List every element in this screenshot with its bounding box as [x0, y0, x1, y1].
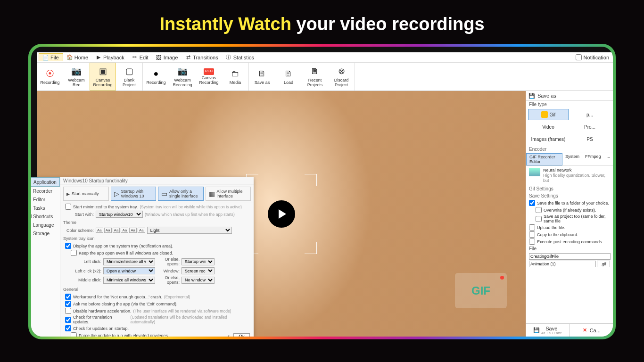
- cancel-button[interactable]: ✕ Ca...: [570, 324, 613, 337]
- toolbar: ⦿Recording📷Webcam Rec▣Canvas Recording▢B…: [37, 63, 613, 91]
- or-else-select-1[interactable]: Startup window10: [182, 258, 215, 265]
- settings-nav-editor[interactable]: ✎Editor: [31, 195, 60, 204]
- general-check-row: Ask me before closing the app (via the '…: [60, 300, 254, 307]
- ok-button[interactable]: Ok: [233, 333, 250, 337]
- settings-nav-language[interactable]: 🌐Language: [31, 221, 60, 229]
- tray-display-checkbox[interactable]: [65, 243, 71, 249]
- general-checkbox[interactable]: [65, 317, 71, 323]
- tab-playback[interactable]: ▶Playback: [92, 54, 128, 61]
- left-click-x2-select[interactable]: Open a window: [103, 267, 155, 274]
- toolbar-label: Discard Project: [329, 78, 354, 88]
- save-checkbox[interactable]: [536, 216, 542, 222]
- save-checkbox[interactable]: [536, 207, 542, 213]
- theme-swatch[interactable]: Aa: [129, 228, 137, 233]
- settings-nav-label: Shortcuts: [33, 214, 53, 219]
- toolbar-media[interactable]: 🗀Media: [222, 63, 248, 90]
- settings-nav-shortcuts[interactable]: ⌨Shortcuts: [31, 212, 60, 221]
- theme-swatch[interactable]: Aa: [96, 228, 103, 233]
- window-select[interactable]: Screen recorder: [182, 267, 215, 274]
- general-sub-checkbox[interactable]: [71, 332, 77, 337]
- left-click-select[interactable]: Minimize/restore all windows: [103, 258, 155, 265]
- file-type-gif[interactable]: Gif: [528, 109, 569, 120]
- general-checkbox[interactable]: [65, 301, 71, 307]
- toolbar-blank-project[interactable]: ▢Blank Project: [116, 63, 142, 90]
- file-type-pro[interactable]: Pro...: [570, 121, 610, 132]
- notification-checkbox[interactable]: [576, 54, 582, 60]
- animation-name-input[interactable]: [529, 261, 596, 267]
- theme-swatch[interactable]: Aa: [104, 228, 112, 233]
- file-name-input[interactable]: [529, 253, 611, 260]
- startup-option-label: Allow multiple interface: [217, 189, 248, 198]
- tab-home[interactable]: 🏠Home: [63, 54, 92, 61]
- save-checkbox[interactable]: [529, 200, 535, 206]
- tab-edit[interactable]: ✏Edit: [128, 54, 152, 61]
- startup-option[interactable]: ▭Allow only a single interface: [158, 187, 204, 201]
- encoder-tab[interactable]: ...: [603, 153, 613, 165]
- theme-swatch[interactable]: Aa: [121, 228, 128, 233]
- general-checkbox[interactable]: [65, 308, 71, 314]
- save-check-row: Overwrite (if already exists).: [526, 206, 613, 214]
- general-header: General: [60, 286, 254, 293]
- tab-icon: 🖼: [156, 55, 162, 60]
- toolbar-canvas-recording[interactable]: ▣Canvas Recording: [90, 63, 116, 90]
- start-with-label: Start with:: [63, 212, 94, 217]
- toolbar-label: Webcam Recording: [170, 78, 195, 88]
- toolbar-webcam-rec[interactable]: 📷Webcam Rec: [63, 63, 90, 90]
- file-type-video[interactable]: Video: [528, 121, 569, 132]
- encoder-tab[interactable]: FFmpeg: [582, 153, 604, 165]
- toolbar-load[interactable]: 🗎Load: [275, 63, 302, 90]
- toolbar-recording[interactable]: ●Recording: [143, 63, 169, 90]
- settings-nav-recorder[interactable]: Recorder: [31, 187, 60, 195]
- save-check-label: Execute post encoding commands.: [537, 239, 603, 244]
- start-minimized-checkbox[interactable]: [65, 204, 71, 210]
- startup-option[interactable]: ▷Startup with Windows 10: [111, 187, 157, 201]
- toolbar-icon: 🗎: [256, 68, 268, 80]
- toolbar-canvas-recording[interactable]: RECCanvas Recording: [196, 63, 222, 90]
- settings-dialog: 🖥ApplicationRecorder✎Editor🗒Tasks⌨Shortc…: [31, 177, 254, 337]
- save-settings-header: Save Settings: [526, 192, 613, 199]
- tray-keep-open-checkbox[interactable]: [71, 250, 77, 256]
- theme-swatch[interactable]: Aa: [113, 228, 120, 233]
- notification-toggle[interactable]: Notification: [576, 54, 613, 60]
- tray-header: System tray icon: [60, 235, 254, 242]
- encoder-item-sub: High fidelity quantization. Slower, but: [543, 173, 610, 183]
- toolbar-icon: ●: [150, 68, 162, 80]
- startup-option[interactable]: ▦Allow multiple interface: [206, 187, 251, 201]
- file-type-p[interactable]: p...: [570, 109, 610, 120]
- tab-transitions[interactable]: ⇄Transitions: [182, 54, 222, 61]
- toolbar-webcam-recording[interactable]: 📷Webcam Recording: [169, 63, 196, 90]
- file-type-ps[interactable]: PS: [570, 133, 610, 145]
- save-checkbox[interactable]: [529, 239, 535, 245]
- general-checkbox[interactable]: [65, 325, 71, 331]
- encoder-tab[interactable]: GIF Recorder Editor: [526, 153, 562, 165]
- settings-nav-tasks[interactable]: 🗒Tasks: [31, 204, 60, 212]
- startup-option-icon: ▭: [161, 190, 167, 197]
- play-button[interactable]: [268, 200, 295, 228]
- encoder-tab[interactable]: System: [562, 153, 582, 165]
- tab-image[interactable]: 🖼Image: [152, 54, 182, 61]
- general-checkbox[interactable]: [65, 294, 71, 300]
- startup-option-label: Startup with Windows 10: [121, 189, 153, 198]
- save-checkbox[interactable]: [529, 231, 535, 238]
- toolbar-save-as[interactable]: 🗎Save as: [249, 63, 275, 90]
- theme-select[interactable]: Light: [147, 227, 232, 234]
- tab-statistics[interactable]: ⓘStatistics: [222, 54, 258, 61]
- extension-select[interactable]: .gif: [597, 261, 610, 267]
- theme-swatch[interactable]: Aa: [138, 228, 145, 233]
- toolbar-discard-project[interactable]: ⊗Discard Project: [328, 63, 355, 90]
- tab-file[interactable]: 📄File: [39, 53, 63, 61]
- or-else-select-2[interactable]: No window: [182, 277, 215, 284]
- middle-click-select[interactable]: Minimize all windows: [103, 277, 155, 284]
- file-type-imagesframes[interactable]: Images (frames): [528, 133, 569, 145]
- settings-nav-storage[interactable]: 🗄Storage: [31, 229, 60, 238]
- save-button[interactable]: 💾 Save Alt + S / Enter: [526, 324, 570, 337]
- start-with-select[interactable]: Startup window10: [96, 211, 143, 218]
- encoder-item[interactable]: Neural network High fidelity quantizatio…: [526, 166, 613, 185]
- toolbar-recording[interactable]: ⦿Recording: [37, 63, 63, 90]
- save-checkbox[interactable]: [529, 224, 535, 230]
- save-icon: 💾: [529, 93, 535, 99]
- toolbar-recent-projects[interactable]: 🗎Recent Projects: [302, 63, 328, 90]
- toolbar-label: Recording: [146, 81, 165, 85]
- startup-option[interactable]: ▸Start manually: [63, 187, 109, 201]
- settings-nav-application[interactable]: 🖥Application: [31, 177, 60, 187]
